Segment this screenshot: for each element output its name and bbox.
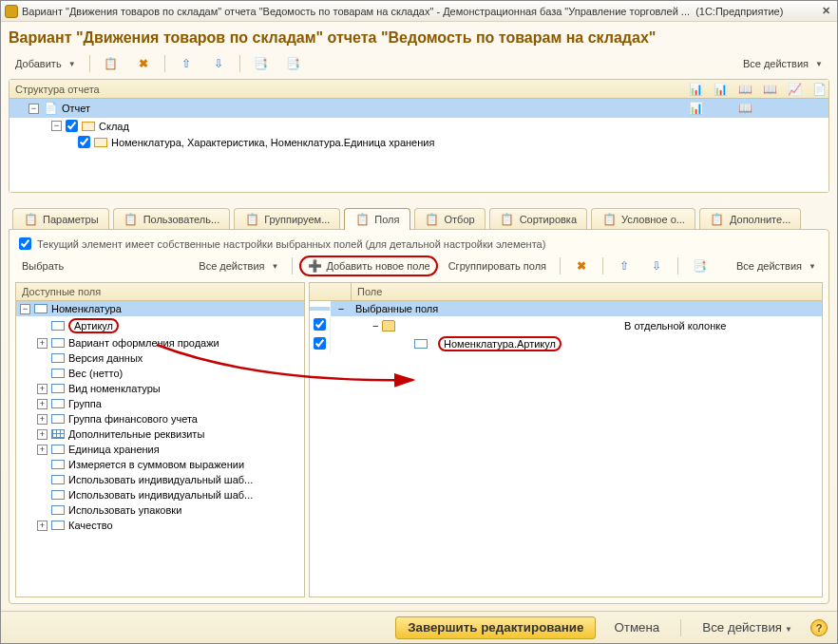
tab-icon: 📋 bbox=[500, 212, 515, 227]
tree-node[interactable]: +Группа bbox=[16, 396, 304, 411]
expand-icon[interactable]: + bbox=[37, 445, 48, 455]
tree-node[interactable]: +Вид номенклатуры bbox=[16, 381, 304, 396]
tree-node-artikul[interactable]: Артикул bbox=[16, 316, 304, 335]
tree-node[interactable]: +Дополнительные реквизиты bbox=[16, 426, 304, 442]
help-button[interactable]: ? bbox=[810, 619, 828, 636]
move-up-r[interactable]: ⇧ bbox=[610, 256, 638, 276]
tab-user[interactable]: 📋Пользователь... bbox=[113, 208, 231, 230]
structure-level1[interactable]: − Склад bbox=[10, 118, 828, 134]
hdr-icon-6[interactable]: 📄 bbox=[811, 82, 827, 97]
add-new-field-button[interactable]: ➕Добавить новое поле bbox=[299, 256, 437, 276]
tab-fields[interactable]: 📋Поля bbox=[344, 208, 409, 230]
folder-icon bbox=[382, 320, 395, 331]
structure-level1-label: Склад bbox=[99, 121, 129, 132]
page-title: Вариант "Движения товаров по складам" от… bbox=[9, 29, 829, 47]
all-actions-button[interactable]: Все действия bbox=[736, 53, 829, 74]
tab-sort[interactable]: 📋Сортировка bbox=[489, 208, 587, 230]
move-down[interactable]: ⇩ bbox=[204, 53, 233, 74]
expand-icon[interactable]: + bbox=[37, 521, 48, 531]
structure-level1-checkbox[interactable] bbox=[66, 120, 78, 132]
expand-icon[interactable]: + bbox=[37, 384, 48, 394]
move-down-r[interactable]: ⇩ bbox=[642, 256, 671, 276]
available-fields-header: Доступные поля bbox=[15, 282, 305, 301]
row-icon-1[interactable]: 📊 bbox=[688, 101, 703, 116]
tab-icon: 📋 bbox=[244, 212, 259, 227]
collapse-icon[interactable]: − bbox=[338, 303, 344, 314]
arrow-down-icon: ⇩ bbox=[649, 258, 664, 274]
custom-settings-checkbox[interactable] bbox=[19, 237, 31, 250]
structure-level2-checkbox[interactable] bbox=[78, 136, 90, 148]
tree-node[interactable]: Версия данных bbox=[16, 350, 304, 366]
tree-node[interactable]: Использовать упаковки bbox=[16, 502, 304, 518]
tree-node[interactable]: Вес (нетто) bbox=[16, 366, 304, 381]
toolbar-icon-6[interactable]: 📑 bbox=[279, 53, 308, 74]
structure-root-label: Отчет bbox=[62, 103, 90, 114]
collapse-icon[interactable]: − bbox=[29, 104, 39, 114]
selected-fields-root[interactable]: − Выбранные поля bbox=[310, 301, 822, 316]
tree-node[interactable]: Измеряется в суммовом выражении bbox=[16, 457, 304, 472]
expand-icon[interactable]: + bbox=[37, 429, 48, 440]
delete-button[interactable]: ✖ bbox=[567, 256, 596, 276]
finish-editing-button[interactable]: Завершить редактирование bbox=[395, 616, 596, 639]
tree-node-root[interactable]: − Номенклатура bbox=[16, 301, 304, 316]
cancel-button[interactable]: Отмена bbox=[603, 616, 670, 639]
fields-toolbar: Выбрать Все действия ➕Добавить новое пол… bbox=[15, 256, 823, 276]
select-button[interactable]: Выбрать bbox=[15, 256, 70, 276]
hdr-icon-4[interactable]: 📖 bbox=[762, 82, 777, 97]
tree-node[interactable]: Использовать индивидуальный шаб... bbox=[16, 487, 304, 502]
expand-icon[interactable]: + bbox=[37, 338, 48, 349]
folder-checkbox[interactable] bbox=[314, 318, 326, 331]
tree-node[interactable]: +Вариант оформления продажи bbox=[16, 335, 304, 350]
hdr-icon-3[interactable]: 📖 bbox=[737, 82, 752, 97]
available-fields-tree[interactable]: − Номенклатура Артикул +Вариант оформлен… bbox=[15, 301, 305, 597]
tree-node-label: Использовать индивидуальный шаб... bbox=[68, 489, 253, 501]
add-button[interactable]: Добавить bbox=[9, 53, 83, 74]
structure-level2-label: Номенклатура, Характеристика, Номенклату… bbox=[111, 137, 434, 148]
toolbar-icon-1[interactable]: 📋 bbox=[97, 53, 125, 74]
tab-conditional[interactable]: 📋Условное о... bbox=[591, 208, 695, 230]
expand-icon[interactable]: + bbox=[37, 414, 48, 425]
move-up[interactable]: ⇧ bbox=[172, 53, 200, 74]
field-icon bbox=[51, 475, 65, 484]
footer-all-actions[interactable]: Все действия bbox=[692, 616, 803, 639]
collapse-icon[interactable]: − bbox=[372, 320, 378, 331]
window-title: Вариант "Движения товаров по складам" от… bbox=[22, 6, 690, 17]
hdr-icon-5[interactable]: 📈 bbox=[787, 82, 802, 97]
tree-node[interactable]: +Единица хранения bbox=[16, 442, 304, 457]
plus-circle-icon: ➕ bbox=[307, 258, 322, 274]
group-fields-button[interactable]: Сгруппировать поля bbox=[442, 256, 553, 276]
toolbar-icon-5[interactable]: 📑 bbox=[247, 53, 276, 74]
all-actions-right[interactable]: Все действия bbox=[730, 256, 823, 276]
collapse-icon[interactable]: − bbox=[20, 304, 30, 314]
structure-level2[interactable]: Номенклатура, Характеристика, Номенклату… bbox=[10, 134, 828, 150]
settings-tabs: 📋Параметры 📋Пользователь... 📋Группируем.… bbox=[9, 208, 829, 230]
selected-fields-tree[interactable]: − Выбранные поля −В отдельной колонке Но… bbox=[309, 301, 823, 597]
separator bbox=[560, 257, 561, 275]
tab-additional[interactable]: 📋Дополните... bbox=[699, 208, 801, 230]
hdr-icon-1[interactable]: 📊 bbox=[688, 82, 703, 97]
field-checkbox[interactable] bbox=[314, 337, 326, 350]
tree-node[interactable]: Использовать индивидуальный шаб... bbox=[16, 472, 304, 487]
tree-node[interactable]: +Качество bbox=[16, 518, 304, 533]
settings-r[interactable]: 📑 bbox=[685, 256, 714, 276]
toolbar-delete[interactable]: ✖ bbox=[129, 53, 158, 74]
hdr-icon-2[interactable]: 📊 bbox=[713, 82, 728, 97]
tab-parameters[interactable]: 📋Параметры bbox=[12, 208, 109, 230]
tab-icon: 📋 bbox=[23, 212, 38, 227]
tab-group[interactable]: 📋Группируем... bbox=[234, 208, 340, 230]
right-field-header: Поле bbox=[351, 282, 823, 301]
expand-icon[interactable]: + bbox=[37, 399, 48, 409]
row-icon-3[interactable]: 📖 bbox=[737, 101, 752, 116]
collapse-icon[interactable]: − bbox=[51, 121, 62, 131]
tab-filter[interactable]: 📋Отбор bbox=[414, 208, 486, 230]
tree-node[interactable]: +Группа финансового учета bbox=[16, 411, 304, 426]
selected-fields-folder[interactable]: −В отдельной колонке bbox=[310, 316, 822, 334]
all-actions-left[interactable]: Все действия bbox=[192, 256, 285, 276]
tree-node-label: Использовать индивидуальный шаб... bbox=[68, 474, 253, 485]
selected-fields-item[interactable]: Номенклатура.Артикул bbox=[310, 334, 822, 353]
field-icon bbox=[51, 505, 65, 515]
window-close-button[interactable]: ✕ bbox=[818, 4, 833, 19]
group-icon bbox=[94, 138, 107, 147]
tree-node-label: Вес (нетто) bbox=[68, 368, 123, 379]
field-icon bbox=[51, 384, 65, 393]
